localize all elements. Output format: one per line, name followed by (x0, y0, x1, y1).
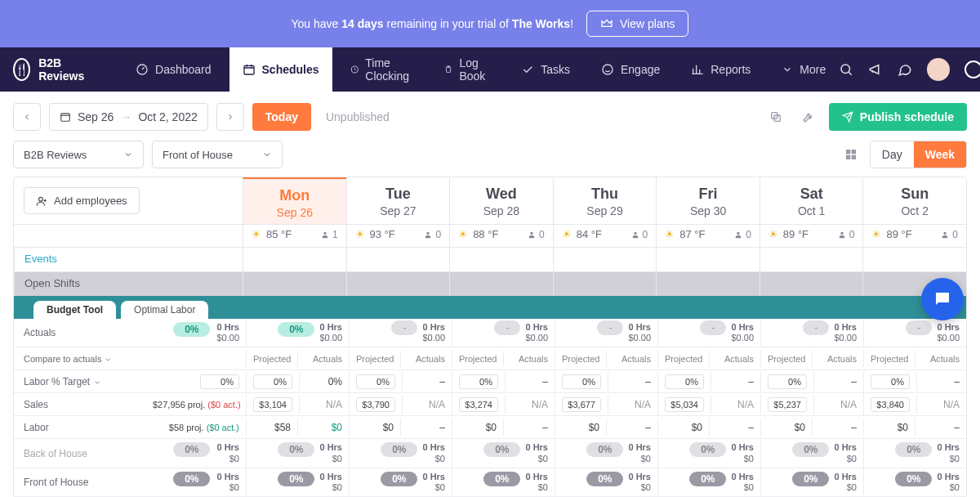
person-icon (631, 231, 639, 239)
publish-button[interactable]: Publish schedule (829, 103, 967, 131)
sales-cell[interactable]: $3,104 (246, 394, 299, 415)
weather-cell: ☀88 °F0 (449, 225, 553, 247)
chevron-down-icon (93, 378, 101, 387)
budget-table: Actuals 0% 0 Hrs $0.00 0%0 Hrs$0.00-0 Hr… (14, 319, 966, 497)
compare-label[interactable]: Compare to actuals (14, 351, 146, 367)
wrench-icon[interactable] (796, 105, 821, 129)
day-header[interactable]: SunOct 2 (862, 177, 966, 224)
megaphone-icon[interactable] (868, 62, 883, 77)
brand[interactable]: 🍴 B2B Reviews (13, 56, 90, 83)
area-dropdown[interactable]: Front of House (152, 141, 283, 168)
labor-cell: – (709, 419, 760, 437)
sales-cell[interactable]: $3,840 (863, 394, 916, 415)
labor-pct-summary-input[interactable]: 0% (200, 374, 239, 389)
sales-cell[interactable]: $5,034 (657, 394, 710, 415)
nav-tasks[interactable]: Tasks (508, 47, 583, 92)
view-plans-button[interactable]: View plans (586, 11, 688, 37)
day-header[interactable]: TueSep 27 (346, 177, 450, 224)
sales-cell: N/A (299, 396, 349, 414)
group-day-cell: 0%0 Hrs$0 (657, 439, 760, 467)
sales-cell[interactable]: $3,677 (555, 394, 608, 415)
group-day-cell: 0%0 Hrs$0 (760, 468, 863, 496)
foh-label: Front of House (14, 473, 146, 491)
sales-cell: N/A (505, 396, 555, 414)
day-header[interactable]: ThuSep 29 (553, 177, 657, 224)
nav-reports[interactable]: Reports (678, 47, 764, 92)
chevron-down-icon (262, 150, 272, 159)
labor-cell: $0 (349, 419, 400, 437)
header-col: Projected (246, 351, 297, 367)
labor-pct-cell[interactable]: 0% (452, 371, 505, 392)
today-button[interactable]: Today (252, 103, 311, 131)
nav-engage[interactable]: Engage (588, 47, 673, 92)
group-day-cell: 0%0 Hrs$0 (863, 439, 966, 467)
tab-budget-tool[interactable]: Budget Tool (33, 301, 116, 319)
labor-pct-cell[interactable]: 0% (863, 371, 916, 392)
labor-pct-cell: – (916, 373, 966, 391)
actuals-day-cell: -0 Hrs$0.00 (760, 319, 863, 347)
sales-cell: N/A (916, 396, 966, 414)
weather-cell: ☀84 °F0 (553, 225, 657, 247)
nav-more[interactable]: More (768, 47, 839, 92)
events-label[interactable]: Events (14, 247, 243, 271)
copy-icon[interactable] (764, 105, 788, 129)
add-employees-button[interactable]: Add employees (24, 187, 140, 214)
events-row: Events (14, 247, 966, 271)
chevron-down-icon (104, 356, 112, 364)
sales-cell[interactable]: $3,790 (349, 394, 402, 415)
trial-banner: You have 14 days remaining in your trial… (0, 0, 980, 47)
grid-view-icon[interactable] (839, 142, 863, 167)
tab-optimal-labor[interactable]: Optimal Labor (121, 301, 208, 319)
labor-summary: $58 proj. ($0 act.) (146, 419, 246, 436)
day-header[interactable]: WedSep 28 (449, 177, 553, 224)
search-icon[interactable] (839, 62, 853, 77)
gauge-icon (136, 63, 149, 76)
seg-week[interactable]: Week (914, 141, 966, 168)
sun-icon: ☀ (871, 228, 881, 240)
svg-rect-11 (851, 150, 855, 154)
day-header[interactable]: SatOct 1 (760, 177, 863, 224)
labor-cell: $0 (863, 419, 915, 437)
open-shifts-label[interactable]: Open Shifts (14, 271, 243, 296)
nav-schedules[interactable]: Schedules (229, 47, 332, 92)
header-col: Projected (555, 351, 606, 367)
chevron-down-icon (782, 64, 793, 75)
nav-time-clocking[interactable]: Time Clocking (337, 47, 427, 92)
day-header[interactable]: MonSep 26 (243, 177, 346, 224)
group-day-cell: 0%0 Hrs$0 (349, 439, 452, 467)
labor-pct-cell[interactable]: 0% (555, 371, 608, 392)
labor-pct-label[interactable]: Labor % Target (14, 373, 146, 391)
svg-rect-7 (61, 114, 70, 121)
send-icon (842, 111, 853, 123)
boh-pill: 0% (173, 442, 210, 457)
seg-day[interactable]: Day (871, 141, 914, 168)
nav-log-book[interactable]: Log Book (431, 47, 503, 92)
group-day-cell: 0%0 Hrs$0 (760, 439, 863, 467)
labor-pct-cell[interactable]: 0% (246, 371, 299, 392)
labor-cell: – (915, 419, 966, 437)
labor-pct-cell[interactable]: 0% (760, 371, 813, 392)
sales-cell[interactable]: $3,274 (452, 394, 505, 415)
calendar-icon (243, 63, 256, 76)
chat-icon[interactable] (898, 62, 912, 77)
svg-point-19 (737, 231, 739, 234)
labor-pct-cell: – (710, 373, 760, 391)
prev-week-button[interactable] (13, 103, 41, 131)
sales-cell[interactable]: $5,237 (760, 394, 813, 415)
labor-pct-cell[interactable]: 0% (657, 371, 710, 392)
actuals-day-cell: -0 Hrs$0.00 (349, 319, 452, 347)
bar-chart-icon (691, 63, 704, 76)
chat-fab[interactable] (921, 278, 964, 320)
date-range-picker[interactable]: Sep 26 → Oct 2, 2022 (49, 103, 208, 131)
svg-point-17 (530, 231, 532, 234)
header-col: Actuals (915, 351, 966, 367)
g-logo-icon[interactable] (964, 60, 980, 78)
labor-pct-cell[interactable]: 0% (349, 371, 402, 392)
location-dropdown[interactable]: B2B Reviews (13, 141, 144, 168)
labor-cell: $0 (452, 419, 503, 437)
nav-dashboard[interactable]: Dashboard (122, 47, 225, 92)
next-week-button[interactable] (216, 103, 244, 131)
labor-pct-cell: – (608, 373, 657, 391)
avatar[interactable] (927, 58, 950, 81)
day-header[interactable]: FriSep 30 (656, 177, 760, 224)
